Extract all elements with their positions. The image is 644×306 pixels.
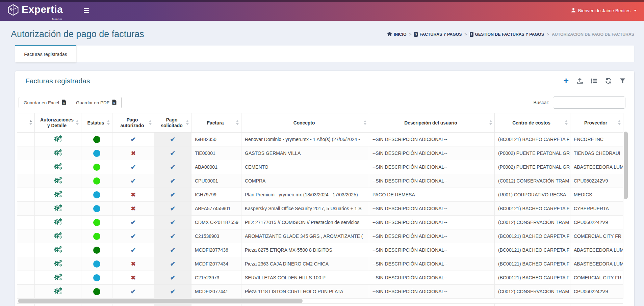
check-icon: ✔ bbox=[131, 247, 136, 254]
sort-arrows-icon bbox=[565, 120, 568, 125]
sort-arrows-icon bbox=[489, 120, 492, 125]
actions-gears-icon[interactable] bbox=[53, 135, 63, 144]
filter-icon[interactable] bbox=[620, 78, 625, 84]
cell-acciones bbox=[35, 285, 81, 299]
column-header-centro[interactable]: Centro de costos bbox=[495, 113, 570, 133]
cell-descripcion: --SIN DESCRIPCIÓN ADICIONAL-- bbox=[369, 160, 495, 174]
table-row: ✔✔IGH82350Renovar Dominio - yrymen.mx - … bbox=[17, 133, 623, 146]
cell-factura: C21523973 bbox=[191, 271, 241, 285]
cell-centro: (BC00121) BACHEO CARPETA F bbox=[495, 257, 570, 271]
cross-icon: ✖ bbox=[131, 150, 135, 157]
add-icon[interactable]: + bbox=[563, 78, 569, 84]
cell-acciones bbox=[35, 271, 81, 285]
cell-concepto: Pieza 2363 CAJA DINERO CM2 CHICA bbox=[241, 257, 369, 271]
hamburger-menu-icon[interactable] bbox=[82, 7, 90, 14]
actions-gears-icon[interactable] bbox=[53, 218, 63, 227]
column-header-concepto[interactable]: Concepto bbox=[241, 113, 369, 133]
search-input[interactable] bbox=[553, 96, 625, 109]
brand-logo[interactable]: Expertia Monitor bbox=[7, 4, 63, 18]
column-header-proveedor[interactable]: Proveedor bbox=[570, 113, 623, 133]
actions-gears-icon[interactable] bbox=[53, 163, 63, 172]
sort-arrows-icon bbox=[186, 120, 189, 125]
actions-gears-icon[interactable] bbox=[53, 176, 63, 186]
tab-bar: Facturas registradas bbox=[15, 46, 634, 62]
cell-descripcion: --SIN DESCRIPCIÓN ADICIONAL-- bbox=[369, 243, 495, 257]
actions-gears-icon[interactable] bbox=[53, 259, 63, 269]
breadcrumb-facturas-y-pagos[interactable]: $ FACTURAS Y PAGOS bbox=[414, 32, 462, 37]
column-header-sel[interactable] bbox=[17, 113, 35, 133]
cell-descripcion: --SIN DESCRIPCIÓN ADICIONAL-- bbox=[369, 216, 495, 229]
column-label: Descripción del usuario bbox=[404, 120, 457, 126]
cell-proveedor: CPU0602242V9 bbox=[570, 285, 623, 299]
cell-pago_solicitado: ✔ bbox=[154, 160, 191, 174]
cell-centro: (BC00121) BACHEO CARPETA F bbox=[495, 243, 570, 257]
brand-subtitle: Monitor bbox=[52, 18, 62, 21]
refresh-icon[interactable] bbox=[605, 78, 612, 84]
cell-sel bbox=[17, 160, 35, 174]
cell-descripcion: --SIN DESCRIPCIÓN ADICIONAL-- bbox=[369, 257, 495, 271]
cell-acciones bbox=[35, 202, 81, 216]
actions-gears-icon[interactable] bbox=[53, 246, 63, 255]
column-header-pago_solicitado[interactable]: Pago solicitado bbox=[154, 113, 191, 133]
vertical-scrollbar-thumb[interactable] bbox=[624, 132, 628, 199]
invoice-icon: $ bbox=[414, 32, 418, 37]
check-icon: ✔ bbox=[170, 150, 176, 157]
horizontal-scrollbar bbox=[17, 299, 623, 303]
status-dot bbox=[93, 219, 100, 226]
cell-proveedor: ABASTECEDORA LUM bbox=[570, 257, 623, 271]
check-icon: ✔ bbox=[170, 205, 176, 212]
table-row: ✔✔MCDFI2077441Pieza 1118 LISTON CURLI HO… bbox=[17, 285, 623, 299]
cell-concepto: Pieza 1118 LISTON CURLI HOLO PUN PLATA bbox=[241, 285, 369, 299]
cell-pago_autorizado: ✔ bbox=[112, 229, 154, 243]
cell-proveedor: MEDICS bbox=[570, 188, 623, 202]
column-header-pago_autorizado[interactable]: Pago autorizado bbox=[112, 113, 154, 133]
user-menu[interactable]: Bienvenido Jaime Benites bbox=[571, 8, 637, 13]
cell-descripcion: --SIN DESCRIPCIÓN ADICIONAL-- bbox=[369, 174, 495, 188]
cell-acciones bbox=[35, 257, 81, 271]
actions-gears-icon[interactable] bbox=[53, 273, 63, 282]
cell-acciones bbox=[35, 243, 81, 257]
actions-gears-icon[interactable] bbox=[53, 149, 63, 158]
upload-icon[interactable] bbox=[577, 78, 583, 84]
cell-pago_autorizado: ✔ bbox=[112, 285, 154, 299]
cell-pago_solicitado: ✔ bbox=[154, 133, 191, 146]
cell-descripcion: --SIN DESCRIPCIÓN ADICIONAL-- bbox=[369, 202, 495, 216]
status-dot bbox=[93, 136, 100, 143]
export-pdf-button[interactable]: Guardar en PDF p bbox=[71, 97, 122, 108]
cell-estatus bbox=[81, 285, 112, 299]
cell-concepto: GASTOS GERMAN VILLA bbox=[241, 146, 369, 160]
column-header-descripcion[interactable]: Descripción del usuario bbox=[369, 113, 495, 133]
cell-concepto: Pieza 8275 ETIQRA MX-5500 8 DIGITOS bbox=[241, 243, 369, 257]
column-label: Factura bbox=[207, 120, 224, 126]
actions-gears-icon[interactable] bbox=[53, 190, 63, 199]
list-icon[interactable] bbox=[591, 78, 597, 84]
actions-gears-icon[interactable] bbox=[53, 287, 63, 296]
table-row: ✖✔MCDFI2077434Pieza 2363 CAJA DINERO CM2… bbox=[17, 257, 623, 271]
cell-factura: MCDFI2077434 bbox=[191, 257, 241, 271]
actions-gears-icon[interactable] bbox=[53, 232, 63, 241]
cell-centro: (P0002) PUENTE PEATONAL GR bbox=[495, 146, 570, 160]
column-header-factura[interactable]: Factura bbox=[191, 113, 241, 133]
cell-proveedor: CPU0602242V9 bbox=[570, 216, 623, 229]
cell-pago_autorizado: ✔ bbox=[112, 243, 154, 257]
export-excel-button[interactable]: Guardar en Excel x bbox=[19, 97, 71, 108]
cell-estatus bbox=[81, 202, 112, 216]
cell-estatus bbox=[81, 160, 112, 174]
column-header-acciones[interactable]: Autorizaciones y Detalle bbox=[35, 113, 81, 133]
cell-pago_solicitado: ✔ bbox=[154, 174, 191, 188]
breadcrumb-gestion-facturas[interactable]: $ GESTIÓN DE FACTURAS Y PAGOS bbox=[470, 32, 544, 37]
cell-proveedor: ENCORE INC bbox=[570, 133, 623, 146]
cell-partial bbox=[570, 304, 623, 306]
check-icon: ✔ bbox=[131, 177, 136, 185]
check-icon: ✔ bbox=[170, 247, 176, 254]
tab-facturas-registradas[interactable]: Facturas registradas bbox=[15, 45, 76, 62]
svg-text:p: p bbox=[113, 101, 115, 104]
horizontal-scrollbar-thumb[interactable] bbox=[18, 299, 303, 303]
column-header-estatus[interactable]: Estatus bbox=[81, 113, 112, 133]
actions-gears-icon[interactable] bbox=[53, 204, 63, 213]
column-label: Autorizaciones y Detalle bbox=[40, 117, 74, 128]
table-row: ✔✔CPU00001COMPRA--SIN DESCRIPCIÓN ADICIO… bbox=[17, 174, 623, 188]
breadcrumb-inicio[interactable]: INICIO bbox=[387, 32, 407, 37]
svg-text:x: x bbox=[63, 101, 65, 104]
status-dot bbox=[93, 205, 100, 212]
